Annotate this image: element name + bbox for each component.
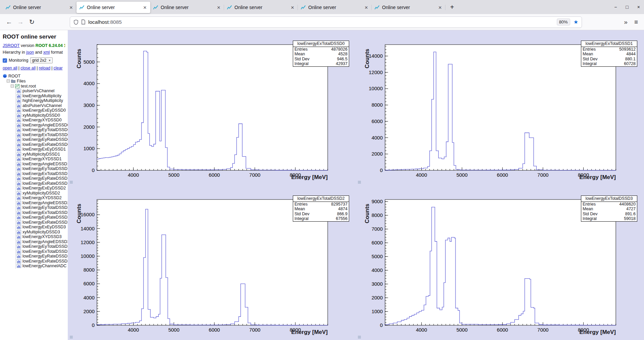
stats-box[interactable]: lowEnergyExTotalDSSD3 Entries4408620 Mea… [581, 195, 637, 222]
overflow-menu-icon[interactable]: » [624, 18, 628, 26]
tree-item[interactable]: lowEnergyAngleEDSSD0 [17, 123, 65, 128]
tree-item[interactable]: lowEnergyExTotalDSSD1 [17, 171, 65, 176]
stats-box[interactable]: lowEnergyExTotalDSSD2 Entries8295737 Mea… [293, 195, 349, 222]
pad-resize-handle[interactable] [70, 181, 73, 184]
minimize-button[interactable]: − [614, 4, 617, 10]
histogram-pad-3[interactable]: 4000500060007000800001000200030004000500… [356, 185, 644, 340]
histogram-icon [17, 191, 21, 195]
url-text[interactable]: localhost:8085 [88, 19, 557, 25]
histogram-pad-2[interactable]: 4000500060007000800002000400060008000100… [68, 185, 356, 340]
tab-close-icon[interactable]: × [142, 5, 148, 10]
close-button[interactable]: × [637, 4, 640, 10]
url-bar[interactable]: localhost:8085 80% ★ [70, 16, 582, 28]
tree-item[interactable]: lowEnergyExTotalDSSD3 [17, 249, 65, 254]
browser-tab[interactable]: Online server× [372, 2, 445, 13]
shield-icon[interactable] [73, 19, 78, 25]
tree-item[interactable]: xyMultiplicityDSSD1 [17, 152, 65, 157]
jsroot-link[interactable]: JSROOT [3, 43, 19, 48]
tree-item[interactable]: lowEnergyExEyDSSD0 [17, 108, 65, 113]
pad-resize-handle[interactable] [70, 336, 73, 339]
maximize-button[interactable]: □ [626, 4, 628, 10]
open-all-link[interactable]: open all [3, 66, 17, 70]
tree-item[interactable]: lowEnergyExEyDSSD3 [17, 225, 65, 230]
tree-item[interactable]: lowEnergyChannelADC [17, 264, 65, 269]
tab-close-icon[interactable]: × [216, 5, 221, 10]
reload-link[interactable]: reload [39, 66, 50, 70]
tree-item[interactable]: lowEnergyExEyDSSD2 [17, 186, 65, 191]
tree-item[interactable]: lowEnergyExRateDSSD1 [17, 181, 65, 186]
tree-item[interactable]: lowEnergyAngleEDSSD3 [17, 239, 65, 244]
tree-item[interactable]: lowEnergyExTotalDSSD2 [17, 210, 65, 215]
tree-item[interactable]: lowEnergyXYDSSD2 [17, 195, 65, 201]
tree-item[interactable]: lowEnergyMultiplicity [17, 94, 65, 99]
tab-close-icon[interactable]: × [437, 5, 443, 10]
browser-tab[interactable]: Online server× [76, 2, 150, 13]
close-all-link[interactable]: close all [20, 66, 36, 70]
tab-close-icon[interactable]: × [68, 5, 74, 10]
tree-node-test-root[interactable]: − test.root [3, 83, 65, 89]
tree-item[interactable]: lowEnergyExTotalDSSD0 [17, 132, 65, 137]
tab-close-icon[interactable]: × [290, 5, 295, 10]
stats-box[interactable]: lowEnergyExTotalDSSD1 Entries5093612 Mea… [581, 41, 637, 67]
tree-item[interactable]: lowEnergyEyRateDSSD3 [17, 254, 65, 259]
tree-item[interactable]: lowEnergyXYDSSD0 [17, 118, 65, 123]
json-link[interactable]: json [26, 50, 34, 55]
tree-item[interactable]: lowEnergyEyTotalDSSD1 [17, 166, 65, 171]
browser-tab[interactable]: Online server× [150, 2, 224, 13]
tree-item[interactable]: lowEnergyExRateDSSD3 [17, 259, 65, 264]
bookmark-star-icon[interactable]: ★ [574, 19, 578, 25]
tree-node-files[interactable]: − Files [3, 78, 65, 83]
page-info-icon[interactable] [81, 19, 86, 24]
histogram-icon [17, 128, 21, 132]
new-tab-button[interactable]: + [448, 3, 456, 11]
tree-item[interactable]: lowEnergyEyTotalDSSD0 [17, 127, 65, 132]
y-tick-label: 6000 [372, 118, 383, 124]
histogram-pad-0[interactable]: 4000500060007000800001000200030004000500… [68, 30, 356, 185]
tree-item[interactable]: lowEnergyEyRateDSSD1 [17, 176, 65, 181]
tree-item[interactable]: lowEnergyAngleEDSSD1 [17, 162, 65, 167]
tab-close-icon[interactable]: × [364, 5, 369, 10]
tree-item[interactable]: lowEnergyExRateDSSD0 [17, 142, 65, 147]
forward-button[interactable]: → [15, 16, 26, 28]
collapse-icon[interactable]: − [11, 84, 14, 88]
tree-item[interactable]: lowEnergyExRateDSSD2 [17, 220, 65, 225]
tree-item[interactable]: absPulserVsChannel [17, 103, 65, 108]
tree-item[interactable]: lowEnergyAngleEDSSD2 [17, 201, 65, 206]
tree-item[interactable]: highEnergyMultiplicity [17, 98, 65, 103]
tree-item[interactable]: lowEnergyXYDSSD3 [17, 234, 65, 239]
stats-box[interactable]: lowEnergyExTotalDSSD0 Entries4878026 Mea… [293, 41, 349, 67]
hierarchy-text-mid: and [34, 50, 43, 55]
xml-link[interactable]: xml [43, 50, 50, 55]
layout-select[interactable]: grid 2x2▼ [30, 57, 53, 63]
tree-item[interactable]: lowEnergyEyRateDSSD0 [17, 137, 65, 142]
zoom-indicator[interactable]: 80% [557, 18, 570, 25]
tree-item[interactable]: lowEnergyEyTotalDSSD3 [17, 244, 65, 249]
y-tick-label: 0 [92, 322, 95, 328]
reload-button[interactable]: ↻ [26, 16, 38, 28]
tree-item[interactable]: lowEnergyXYDSSD1 [17, 157, 65, 162]
tree-node-root[interactable]: ROOT [3, 73, 65, 78]
clear-link[interactable]: clear [53, 66, 62, 70]
tree-item-label: lowEnergyXYDSSD1 [22, 157, 62, 161]
browser-tab[interactable]: Online server× [3, 2, 76, 13]
tree-item[interactable]: lowEnergyEyTotalDSSD2 [17, 205, 65, 210]
pad-resize-handle[interactable] [358, 336, 361, 339]
tree-item[interactable]: lowEnergyExEyDSSD1 [17, 147, 65, 152]
tree-item[interactable]: lowEnergyEyRateDSSD2 [17, 215, 65, 220]
histogram-icon [17, 137, 21, 141]
tree-node-files-label: Files [17, 79, 25, 83]
monitoring-checkbox[interactable]: ✓ [3, 58, 7, 63]
tree-item[interactable]: pulserVsChannel [17, 89, 65, 94]
histogram-icon [17, 244, 21, 248]
hamburger-menu-icon[interactable]: ≡ [634, 18, 638, 26]
pad-resize-handle[interactable] [358, 181, 361, 184]
tree-item[interactable]: xyMultiplicityDSSD0 [17, 113, 65, 118]
browser-tab[interactable]: Online server× [224, 2, 298, 13]
browser-tab[interactable]: Online server× [298, 2, 372, 13]
collapse-icon[interactable]: − [7, 79, 10, 82]
y-tick-label: 10000 [369, 86, 383, 91]
back-button[interactable]: ← [3, 16, 15, 28]
tree-item[interactable]: xyMultiplicityDSSD3 [17, 230, 65, 235]
tree-item[interactable]: xyMultiplicityDSSD2 [17, 191, 65, 196]
histogram-pad-1[interactable]: 4000500060007000800002000400060008000100… [356, 30, 644, 185]
